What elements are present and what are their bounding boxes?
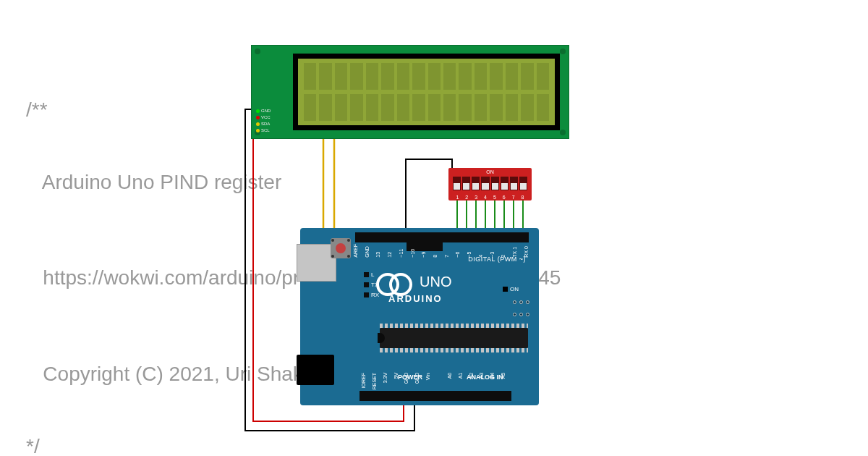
lcd-1602-module[interactable]: GND VCC SDA SCL (251, 45, 569, 139)
digital-pwm-label: DIGITAL (PWM ~) (468, 256, 526, 263)
arduino-logo-row: UNO (376, 273, 451, 290)
arduino-logo-icon (376, 273, 412, 290)
dip-switch-8[interactable]: ON 12 34 56 78 (448, 168, 532, 200)
dip-switch-8[interactable] (519, 177, 527, 190)
arduino-uno-board[interactable]: AREFGND 1312 ~11~10 ~98 7~6 ~54 ~32 TX 1… (300, 228, 539, 405)
power-analog-pin-header[interactable] (359, 391, 511, 401)
model-label: UNO (420, 274, 451, 290)
on-led-label: ON (503, 286, 519, 292)
dip-switch-7[interactable] (510, 177, 518, 190)
bottom-pin-labels: IOREFRESET 3.3V5V GNDGND Vin A0A1 A2A3 A… (361, 373, 511, 389)
dip-switch-5[interactable] (491, 177, 499, 190)
atmega328p-chip (380, 328, 528, 348)
digital-pin-header[interactable] (355, 232, 529, 242)
lcd-bezel (293, 54, 560, 130)
dip-switch-3[interactable] (472, 177, 480, 190)
brand-label: ARDUINO (388, 293, 443, 304)
lcd-row-1 (304, 94, 549, 121)
dip-switch-row (453, 177, 527, 190)
dip-switch-6[interactable] (501, 177, 509, 190)
dip-on-label: ON (448, 169, 532, 174)
dip-switch-1[interactable] (453, 177, 461, 190)
lcd-row-0 (304, 63, 549, 90)
lcd-i2c-pins: GND VCC SDA SCL (256, 108, 271, 134)
dip-switch-4[interactable] (481, 177, 489, 190)
icsp2-header (513, 300, 530, 322)
dip-switch-2[interactable] (462, 177, 470, 190)
dip-numbers: 12 34 56 78 (453, 195, 527, 200)
lcd-screen (298, 59, 555, 125)
reset-button[interactable] (331, 238, 351, 258)
code-line: */ (26, 436, 561, 456)
barrel-jack (297, 355, 334, 385)
